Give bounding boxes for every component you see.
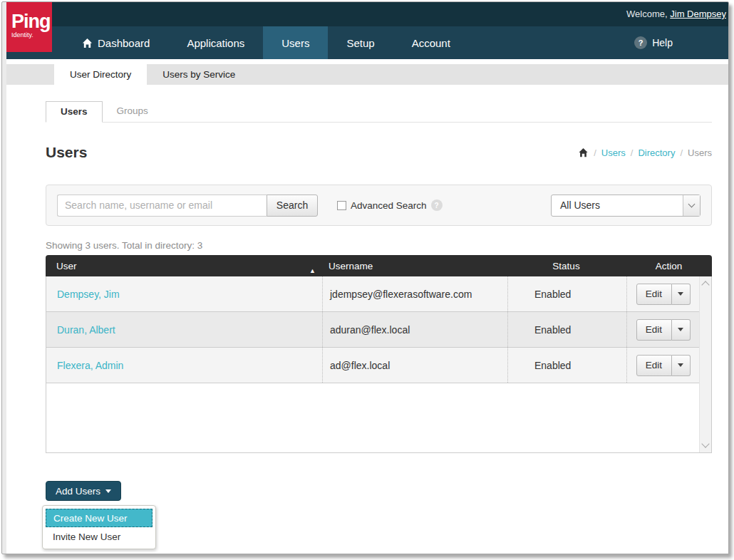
action-cell: Edit bbox=[626, 276, 699, 311]
sort-ascending-icon[interactable]: ▲ bbox=[309, 267, 316, 274]
welcome-area: Welcome, Jim Dempsey bbox=[626, 9, 726, 19]
main-nav: Dashboard Applications Users Setup Accou… bbox=[6, 26, 728, 59]
advanced-search-label: Advanced Search bbox=[351, 200, 427, 211]
username-cell: jdempsey@flexerasoftware.com bbox=[322, 276, 507, 311]
edit-dropdown-button[interactable] bbox=[672, 319, 691, 341]
table-row: Flexera, Admin ad@flex.local Enabled Edi… bbox=[46, 348, 699, 383]
breadcrumb-separator: / bbox=[594, 147, 596, 158]
nav-item-setup[interactable]: Setup bbox=[328, 26, 393, 59]
search-group: Search bbox=[57, 195, 318, 217]
column-header-status[interactable]: Status bbox=[507, 261, 626, 271]
user-name-link[interactable]: Dempsey, Jim bbox=[57, 289, 120, 300]
add-users-label: Add Users bbox=[56, 486, 100, 497]
advanced-search-checkbox[interactable] bbox=[337, 201, 346, 210]
subtab-users-by-service[interactable]: Users by Service bbox=[147, 64, 251, 85]
help-label: Help bbox=[652, 37, 673, 48]
tab-groups[interactable]: Groups bbox=[103, 101, 162, 123]
edit-button[interactable]: Edit bbox=[636, 355, 672, 376]
scroll-up-icon[interactable] bbox=[701, 281, 709, 289]
caret-down-icon bbox=[678, 363, 683, 367]
table-header: User ▲ Username Status Action bbox=[46, 255, 712, 276]
nav-label: Dashboard bbox=[98, 37, 150, 49]
subtab-label: Users by Service bbox=[162, 69, 235, 80]
add-users-button[interactable]: Add Users bbox=[46, 481, 121, 501]
nav-label: Users bbox=[281, 37, 309, 49]
caret-down-icon bbox=[678, 292, 683, 296]
action-cell: Edit bbox=[626, 312, 699, 347]
edit-split-button: Edit bbox=[636, 355, 691, 376]
breadcrumb-home-icon[interactable] bbox=[578, 147, 589, 157]
user-name-link[interactable]: Duran, Albert bbox=[57, 324, 115, 336]
breadcrumb: / Users / Directory / Users bbox=[578, 147, 712, 158]
edit-dropdown-button[interactable] bbox=[672, 355, 691, 376]
username-cell: aduran@flex.local bbox=[322, 312, 507, 347]
breadcrumb-separator: / bbox=[631, 147, 634, 158]
users-table: User ▲ Username Status Action Dempsey, J… bbox=[46, 255, 712, 453]
page-title: Users bbox=[46, 144, 87, 161]
user-cell: Flexera, Admin bbox=[46, 348, 322, 383]
edit-button[interactable]: Edit bbox=[636, 319, 672, 341]
nav-label: Account bbox=[412, 37, 450, 49]
edit-dropdown-button[interactable] bbox=[672, 284, 691, 305]
table-row: Duran, Albert aduran@flex.local Enabled … bbox=[46, 312, 699, 348]
username-cell: ad@flex.local bbox=[322, 348, 507, 383]
menu-item-invite-new-user[interactable]: Invite New User bbox=[46, 527, 153, 546]
breadcrumb-separator: / bbox=[680, 147, 683, 158]
table-scrollbar[interactable] bbox=[699, 276, 711, 452]
page: Welcome, Jim Dempsey Ping Identity. Dash… bbox=[6, 2, 728, 554]
tab-users[interactable]: Users bbox=[46, 101, 103, 123]
advanced-search-help-icon[interactable]: ? bbox=[431, 199, 443, 211]
status-cell: Enabled bbox=[507, 348, 626, 383]
breadcrumb-link-directory[interactable]: Directory bbox=[638, 147, 675, 158]
search-button[interactable]: Search bbox=[267, 195, 318, 217]
table-body: Dempsey, Jim jdempsey@flexerasoftware.co… bbox=[46, 276, 712, 453]
user-filter-select[interactable]: All Users bbox=[551, 195, 701, 217]
directory-tabs: Users Groups bbox=[46, 101, 712, 123]
help-question-icon: ? bbox=[634, 36, 647, 49]
nav-item-account[interactable]: Account bbox=[393, 26, 469, 59]
edit-split-button: Edit bbox=[636, 319, 691, 341]
action-cell: Edit bbox=[626, 348, 699, 383]
advanced-search: Advanced Search ? bbox=[337, 199, 443, 211]
status-cell: Enabled bbox=[507, 276, 626, 311]
ping-identity-logo[interactable]: Ping Identity. bbox=[6, 2, 52, 52]
logo-sub-text: Identity. bbox=[11, 32, 52, 38]
nav-item-applications[interactable]: Applications bbox=[168, 26, 263, 59]
current-user-link[interactable]: Jim Dempsey bbox=[670, 9, 726, 19]
app-window: Welcome, Jim Dempsey Ping Identity. Dash… bbox=[1, 1, 729, 554]
nav-label: Setup bbox=[346, 37, 374, 49]
select-arrow-box bbox=[683, 195, 700, 216]
search-input[interactable] bbox=[57, 195, 267, 217]
subtab-user-directory[interactable]: User Directory bbox=[54, 64, 147, 85]
top-bar: Welcome, Jim Dempsey bbox=[6, 2, 728, 26]
user-cell: Dempsey, Jim bbox=[46, 276, 322, 311]
table-row: Dempsey, Jim jdempsey@flexerasoftware.co… bbox=[46, 276, 699, 312]
nav-item-dashboard[interactable]: Dashboard bbox=[63, 26, 168, 59]
nav-label: Applications bbox=[187, 37, 244, 49]
caret-down-icon bbox=[678, 328, 683, 331]
user-cell: Duran, Albert bbox=[46, 312, 322, 347]
chevron-down-icon bbox=[688, 201, 696, 208]
edit-button[interactable]: Edit bbox=[636, 284, 672, 305]
edit-split-button: Edit bbox=[636, 284, 691, 305]
welcome-label: Welcome, bbox=[626, 9, 668, 19]
nav-item-users[interactable]: Users bbox=[263, 26, 328, 59]
help-button[interactable]: ? Help bbox=[634, 26, 673, 59]
column-header-user[interactable]: User ▲ bbox=[46, 261, 321, 271]
breadcrumb-current: Users bbox=[688, 147, 712, 158]
table-rows: Dempsey, Jim jdempsey@flexerasoftware.co… bbox=[46, 276, 699, 383]
column-header-action: Action bbox=[626, 261, 712, 271]
caret-down-icon bbox=[105, 489, 111, 493]
subtab-label: User Directory bbox=[70, 69, 131, 80]
column-header-username[interactable]: Username bbox=[321, 261, 507, 271]
sub-nav: User Directory Users by Service bbox=[6, 64, 728, 85]
user-filter-value: All Users bbox=[552, 199, 683, 211]
breadcrumb-link-users[interactable]: Users bbox=[601, 147, 626, 158]
user-name-link[interactable]: Flexera, Admin bbox=[57, 360, 123, 371]
add-users-menu: Create New User Invite New User bbox=[42, 505, 156, 549]
results-summary: Showing 3 users. Total in directory: 3 bbox=[46, 240, 728, 251]
title-row: Users / Users / Directory / Users bbox=[46, 144, 712, 161]
scroll-down-icon[interactable] bbox=[701, 440, 709, 447]
status-cell: Enabled bbox=[507, 312, 626, 347]
menu-item-create-new-user[interactable]: Create New User bbox=[46, 509, 153, 527]
